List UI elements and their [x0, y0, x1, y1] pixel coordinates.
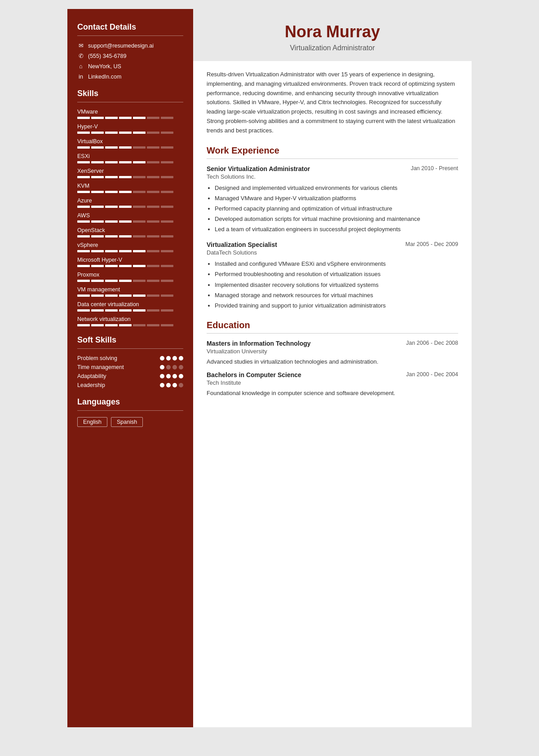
skill-name: Data center virtualization	[77, 301, 183, 308]
skill-bar-segment	[105, 176, 118, 178]
skill-bar-segment	[105, 220, 118, 223]
skill-bar-segment	[119, 265, 132, 267]
job-bullet: Led a team of virtualization engineers i…	[215, 225, 458, 234]
job-title-text: Virtualization Specialist	[207, 241, 277, 248]
sidebar: Contact Details ✉ support@resumedesign.a…	[67, 9, 193, 727]
contact-title: Contact Details	[77, 22, 183, 32]
skill-bar-segment	[161, 191, 173, 193]
skill-bar-segment	[147, 220, 159, 223]
language-tags: EnglishSpanish	[77, 417, 183, 427]
candidate-name: Nora Murray	[207, 22, 458, 41]
skill-bar-segment	[91, 220, 104, 223]
soft-skill-row: Time management	[77, 364, 183, 370]
soft-skill-dot	[160, 365, 164, 369]
soft-skill-name: Leadership	[77, 382, 160, 388]
job-bullet: Implemented disaster recovery solutions …	[215, 281, 458, 290]
skill-bar-segment	[105, 132, 118, 134]
skill-bar-segment	[105, 235, 118, 237]
skill-bar-segment	[119, 132, 132, 134]
skill-name: ESXi	[77, 153, 183, 159]
skill-bar-segment	[147, 117, 159, 119]
skill-bar-segment	[77, 235, 90, 237]
jobs-list: Senior Virtualization AdministratorJan 2…	[207, 165, 458, 310]
skill-bar-segment	[105, 146, 118, 149]
contact-email: ✉ support@resumedesign.ai	[77, 42, 183, 49]
skill-bar	[77, 309, 183, 312]
skill-bar-segment	[147, 280, 159, 282]
skill-bar-segment	[77, 220, 90, 223]
skill-name: VMware	[77, 109, 183, 115]
edu-school: Virtualization University	[207, 348, 458, 355]
skill-bar	[77, 294, 183, 297]
soft-skill-dot	[160, 374, 164, 378]
skill-bar-segment	[77, 161, 90, 163]
phone-icon: ✆	[77, 53, 84, 59]
skill-bar-segment	[133, 191, 146, 193]
skill-bar-segment	[147, 235, 159, 237]
skills-title: Skills	[77, 89, 183, 98]
skill-bar-segment	[147, 294, 159, 297]
job-date: Jan 2010 - Present	[411, 165, 458, 171]
job-bullet: Designed and implemented virtualized env…	[215, 184, 458, 193]
skill-bar-segment	[147, 146, 159, 149]
skill-bar	[77, 206, 183, 208]
skill-bar-segment	[147, 250, 159, 252]
skill-bar-segment	[77, 280, 90, 282]
languages-section: Languages EnglishSpanish	[77, 397, 183, 427]
soft-skill-dot	[160, 383, 164, 387]
skill-bar-segment	[105, 309, 118, 312]
soft-skill-dot	[172, 383, 177, 387]
soft-skill-dot	[179, 356, 183, 360]
skill-bar-segment	[133, 309, 146, 312]
soft-skill-row: Adaptability	[77, 373, 183, 379]
skill-bar-segment	[133, 220, 146, 223]
work-divider	[207, 158, 458, 159]
skill-bar-segment	[91, 309, 104, 312]
soft-skill-dot	[179, 365, 183, 369]
skill-bar-segment	[91, 206, 104, 208]
contact-divider	[77, 35, 183, 36]
job-bullet: Provided training and support to junior …	[215, 301, 458, 310]
header-section: Nora Murray Virtualization Administrator	[193, 9, 472, 61]
skill-bar	[77, 265, 183, 267]
skill-name: vSphere	[77, 242, 183, 248]
skill-bar-segment	[91, 132, 104, 134]
job-bullets: Installed and configured VMware ESXi and…	[207, 259, 458, 310]
skill-bar-segment	[133, 117, 146, 119]
skill-bar	[77, 161, 183, 163]
skill-bar-segment	[105, 191, 118, 193]
skill-name: XenServer	[77, 168, 183, 174]
skill-bar-segment	[91, 250, 104, 252]
linkedin-value: LinkedIn.com	[88, 74, 121, 80]
soft-skill-dot	[172, 374, 177, 378]
skill-bar-segment	[147, 309, 159, 312]
linkedin-icon: in	[77, 73, 84, 80]
skill-bar	[77, 176, 183, 178]
soft-skill-name: Problem solving	[77, 355, 160, 361]
skill-bar-segment	[161, 324, 173, 326]
skill-bar-segment	[147, 176, 159, 178]
soft-skill-name: Adaptability	[77, 373, 160, 379]
skill-bar-segment	[119, 206, 132, 208]
languages-title: Languages	[77, 397, 183, 407]
job-bullet: Performed capacity planning and optimiza…	[215, 204, 458, 213]
soft-skill-dot	[172, 356, 177, 360]
skill-bar-segment	[77, 132, 90, 134]
skill-bar	[77, 132, 183, 134]
skill-bar-segment	[161, 250, 173, 252]
skill-bar-segment	[119, 235, 132, 237]
skill-bar-segment	[91, 146, 104, 149]
language-tag: Spanish	[111, 417, 143, 427]
skill-bar-segment	[133, 235, 146, 237]
skill-bar	[77, 117, 183, 119]
skill-bar-segment	[133, 265, 146, 267]
job-block: Virtualization SpecialistMar 2005 - Dec …	[207, 241, 458, 310]
job-bullet: Managed VMware and Hyper-V virtualizatio…	[215, 194, 458, 203]
skills-list: VMwareHyper-VVirtualBoxESXiXenServerKVMA…	[77, 109, 183, 326]
soft-skills-divider	[77, 348, 183, 349]
soft-skill-name: Time management	[77, 364, 160, 370]
skill-bar	[77, 280, 183, 282]
skill-bar-segment	[77, 206, 90, 208]
soft-skill-dot	[172, 365, 177, 369]
skill-bar-segment	[77, 265, 90, 267]
